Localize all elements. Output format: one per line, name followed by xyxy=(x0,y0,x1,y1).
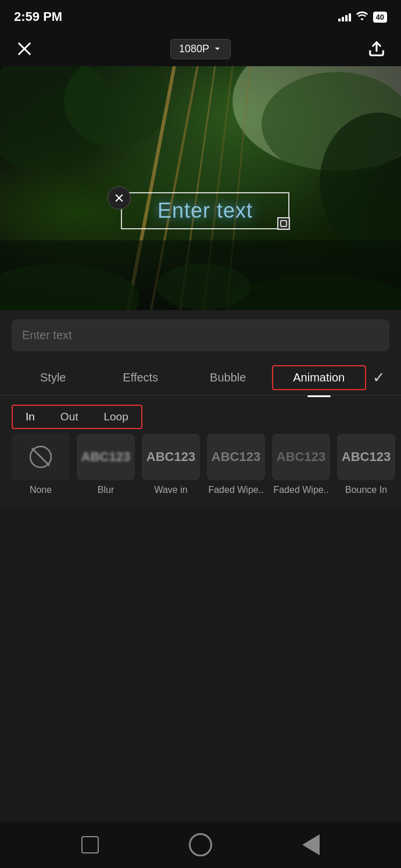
check-button[interactable]: ✓ xyxy=(366,365,392,391)
anim-item-faded-wipe-2[interactable]: ABC123 Faded Wipe.. xyxy=(272,434,330,495)
anim-item-wave-in[interactable]: ABC123 Wave in xyxy=(142,434,200,495)
svg-line-21 xyxy=(32,448,49,466)
anim-subtab-in[interactable]: In xyxy=(13,406,48,428)
anim-thumb-faded-wipe-2: ABC123 xyxy=(272,434,330,480)
anim-subtab-out[interactable]: Out xyxy=(48,406,91,428)
video-preview: Enter text xyxy=(0,66,401,310)
video-background: Enter text xyxy=(0,66,401,310)
nav-square-button[interactable] xyxy=(77,832,103,858)
anim-thumb-none xyxy=(12,434,70,480)
close-button[interactable] xyxy=(14,38,35,59)
svg-rect-19 xyxy=(281,221,287,226)
resize-handle[interactable] xyxy=(277,217,290,230)
back-icon xyxy=(302,834,320,855)
anim-label-faded-wipe-1: Faded Wipe.. xyxy=(208,485,263,495)
anim-label-none: None xyxy=(30,485,52,495)
tabs-row: Style Effects Bubble Animation ✓ xyxy=(0,361,401,395)
battery-icon: 40 xyxy=(373,12,387,23)
text-input[interactable] xyxy=(12,319,389,351)
anim-label-wave-in: Wave in xyxy=(154,485,187,495)
top-bar: 1080P xyxy=(0,31,401,66)
nav-home-button[interactable] xyxy=(188,832,213,858)
anim-subtab-loop[interactable]: Loop xyxy=(91,406,141,428)
svg-point-16 xyxy=(157,264,250,310)
tab-animation[interactable]: Animation xyxy=(272,365,367,390)
status-bar: 2:59 PM 40 xyxy=(0,0,401,31)
editor-panel: Style Effects Bubble Animation ✓ In Out … xyxy=(0,310,401,507)
nav-back-button[interactable] xyxy=(298,832,324,858)
tab-bubble[interactable]: Bubble xyxy=(184,364,272,391)
anim-thumb-faded-wipe-1: ABC123 xyxy=(207,434,265,480)
preview-text: Enter text xyxy=(157,199,253,223)
anim-thumb-bounce-in: ABC123 xyxy=(337,434,395,480)
anim-thumb-blur: ABC123 xyxy=(77,434,135,480)
anim-item-none[interactable]: None xyxy=(12,434,70,495)
resolution-button[interactable]: 1080P xyxy=(170,39,231,59)
bottom-nav xyxy=(0,822,401,868)
anim-item-blur[interactable]: ABC123 Blur xyxy=(77,434,135,495)
status-icons: 40 xyxy=(338,10,387,24)
anim-label-blur: Blur xyxy=(98,485,114,495)
anim-item-bounce-in[interactable]: ABC123 Bounce In xyxy=(337,434,395,495)
anim-subtabs-container: In Out Loop xyxy=(12,405,142,429)
square-icon xyxy=(81,836,99,853)
circle-icon xyxy=(189,833,212,856)
video-overlay xyxy=(0,66,401,310)
tab-style[interactable]: Style xyxy=(9,364,97,391)
anim-label-faded-wipe-2: Faded Wipe.. xyxy=(273,485,328,495)
anim-label-bounce-in: Bounce In xyxy=(345,485,387,495)
anim-item-faded-wipe-1[interactable]: ABC123 Faded Wipe.. xyxy=(207,434,265,495)
preview-text-box[interactable]: Enter text xyxy=(121,192,289,229)
tab-effects[interactable]: Effects xyxy=(97,364,185,391)
resolution-label: 1080P xyxy=(179,43,209,55)
wifi-icon xyxy=(356,10,368,24)
status-time: 2:59 PM xyxy=(14,9,62,24)
bottom-area xyxy=(0,507,401,658)
upload-button[interactable] xyxy=(366,38,387,59)
text-input-row xyxy=(0,310,401,361)
anim-grid: None ABC123 Blur ABC123 Wave in ABC123 F… xyxy=(0,429,401,507)
anim-thumb-wave-in: ABC123 xyxy=(142,434,200,480)
signal-icon xyxy=(338,12,351,21)
text-delete-button[interactable] xyxy=(108,186,131,210)
